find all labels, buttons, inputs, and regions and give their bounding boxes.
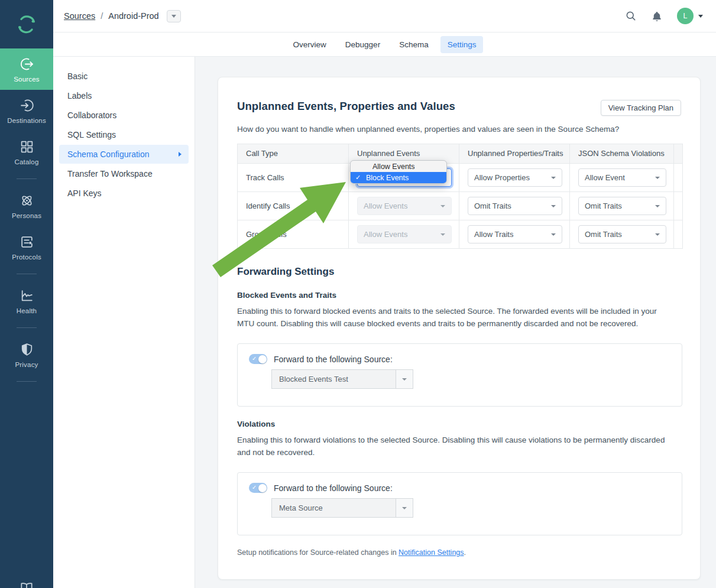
sidebar-divider <box>17 327 37 328</box>
sidebar-item-label: Destinations <box>7 117 46 124</box>
blocked-events-source-select[interactable]: Blocked Events Test <box>271 369 413 389</box>
select-value: Meta Source <box>271 498 396 518</box>
view-tracking-plan-button[interactable]: View Tracking Plan <box>601 100 681 116</box>
segment-logo[interactable] <box>0 0 53 48</box>
settings-nav-transfer-to-workspace[interactable]: Transfer To Workspace <box>59 164 189 183</box>
unplanned-properties-select[interactable]: Allow Traits <box>468 225 562 243</box>
sidebar-item-label: Personas <box>12 212 41 219</box>
select-value: Omit Traits <box>585 202 622 210</box>
table-row: Identify Calls Allow Events Omi <box>238 192 683 220</box>
settings-nav: Basic Labels Collaborators SQL Settings … <box>53 57 195 588</box>
settings-nav-label: Basic <box>67 72 88 81</box>
tab-overview[interactable]: Overview <box>286 36 333 53</box>
select-value: Blocked Events Test <box>271 369 396 389</box>
sidebar-item-protocols[interactable]: Protocols <box>0 226 53 268</box>
blocked-events-forward-card: ✓ Forward to the following Source: Block… <box>237 343 682 407</box>
violations-description: Enabling this to forward violations to t… <box>237 434 676 459</box>
check-icon: ✓ <box>355 174 361 181</box>
select-value: Allow Events <box>364 230 407 239</box>
card-header: Unplanned Events, Properties and Values … <box>237 100 681 116</box>
blocked-events-heading: Blocked Events and Traits <box>237 291 681 300</box>
personas-icon <box>20 193 34 208</box>
source-tabs: Overview Debugger Schema Settings <box>53 33 716 57</box>
caret-down-icon <box>440 233 445 236</box>
unplanned-properties-select[interactable]: Omit Traits <box>468 197 562 215</box>
caret-down-icon <box>655 177 660 179</box>
caret-down-icon <box>440 205 445 207</box>
json-violations-select[interactable]: Allow Event <box>578 168 666 187</box>
caret-down-icon <box>402 378 407 381</box>
blocked-events-toggle[interactable]: ✓ <box>249 354 267 364</box>
sidebar-item-sources[interactable]: Sources <box>0 48 53 90</box>
menu-option-allow-events[interactable]: Allow Events <box>351 161 446 172</box>
violations-source-select[interactable]: Meta Source <box>271 498 413 518</box>
unplanned-events-select[interactable]: Allow Events <box>357 225 452 243</box>
caret-down-button[interactable] <box>396 498 413 518</box>
settings-nav-label: Collaborators <box>67 111 116 120</box>
topbar: Sources / Android-Prod <box>53 0 716 33</box>
settings-nav-basic[interactable]: Basic <box>59 67 189 86</box>
select-value: Omit Traits <box>585 230 622 239</box>
sidebar-item-label: Health <box>17 307 37 314</box>
breadcrumb-sources-link[interactable]: Sources <box>64 11 95 21</box>
breadcrumb-current: Android-Prod <box>108 11 158 21</box>
settings-nav-collaborators[interactable]: Collaborators <box>59 106 189 125</box>
unplanned-properties-select[interactable]: Allow Properties <box>468 168 562 187</box>
primary-sidebar: Sources Destinations Catalog <box>0 0 53 588</box>
notifications-button[interactable] <box>651 10 663 22</box>
tab-settings[interactable]: Settings <box>440 36 484 53</box>
select-value: Omit Traits <box>474 202 511 210</box>
sidebar-item-privacy[interactable]: Privacy <box>0 334 53 375</box>
sidebar-item-personas[interactable]: Personas <box>0 185 53 226</box>
col-header-json-violations: JSON Schema Violations <box>570 144 674 164</box>
settings-nav-sql-settings[interactable]: SQL Settings <box>59 125 189 144</box>
account-menu[interactable]: L <box>677 8 703 24</box>
select-value: Allow Traits <box>474 230 513 239</box>
note-text: Setup notifications for Source-related c… <box>237 548 399 557</box>
docs-button[interactable] <box>0 573 53 588</box>
section-description: How do you want to handle when unplanned… <box>237 125 681 134</box>
main-column: Sources / Android-Prod <box>53 0 716 588</box>
sidebar-item-label: Privacy <box>15 361 38 368</box>
settings-card: Unplanned Events, Properties and Values … <box>218 77 701 580</box>
check-icon: ✓ <box>252 484 257 490</box>
sources-icon <box>20 57 34 72</box>
chevron-down-icon <box>698 15 703 18</box>
sidebar-item-catalog[interactable]: Catalog <box>0 131 53 173</box>
check-icon: ✓ <box>252 355 257 362</box>
caret-down-button[interactable] <box>396 369 413 389</box>
settings-nav-api-keys[interactable]: API Keys <box>59 184 189 203</box>
source-switcher-button[interactable] <box>167 10 181 22</box>
avatar: L <box>677 8 694 24</box>
cell-call-type: Identify Calls <box>238 192 349 220</box>
settings-nav-label: Labels <box>67 91 92 100</box>
menu-option-block-events[interactable]: ✓ Block Events <box>351 172 446 183</box>
caret-down-icon <box>655 205 660 207</box>
settings-nav-schema-configuration[interactable]: Schema Configuration <box>59 145 189 164</box>
sidebar-item-destinations[interactable]: Destinations <box>0 90 53 131</box>
violations-toggle[interactable]: ✓ <box>249 483 267 493</box>
table-header-row: Call Type Unplanned Events Unplanned Pro… <box>238 144 683 164</box>
cell-call-type: Group Calls <box>238 220 349 249</box>
sidebar-item-health[interactable]: Health <box>0 280 53 321</box>
chevron-right-icon <box>179 152 182 157</box>
col-header-empty <box>674 144 683 164</box>
sidebar-item-label: Sources <box>14 76 40 83</box>
destinations-icon <box>20 98 34 113</box>
json-violations-select[interactable]: Omit Traits <box>578 225 666 243</box>
json-violations-select[interactable]: Omit Traits <box>578 197 666 215</box>
settings-nav-label: SQL Settings <box>67 130 116 139</box>
notification-settings-link[interactable]: Notification Settings <box>399 548 464 557</box>
tab-schema[interactable]: Schema <box>392 36 436 53</box>
settings-nav-label: Schema Configuration <box>67 150 150 159</box>
unplanned-events-select[interactable]: Allow Events <box>357 197 452 215</box>
settings-nav-label: Transfer To Workspace <box>67 169 153 178</box>
sidebar-item-label: Protocols <box>12 254 41 261</box>
select-value: Allow Properties <box>474 173 530 182</box>
search-button[interactable] <box>625 10 637 22</box>
select-value: Allow Events <box>364 202 407 210</box>
settings-nav-labels[interactable]: Labels <box>59 86 189 105</box>
tab-debugger[interactable]: Debugger <box>338 36 387 53</box>
forward-source-label: Forward to the following Source: <box>274 483 393 493</box>
chevron-down-icon <box>171 15 176 18</box>
